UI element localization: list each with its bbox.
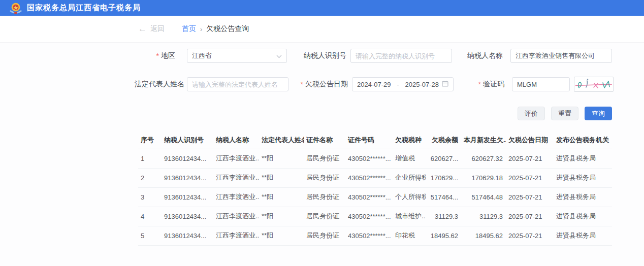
app-title: 国家税务总局江西省电子税务局	[27, 3, 141, 13]
tax-bureau-logo-icon	[9, 2, 22, 15]
table-cell: 4	[138, 207, 162, 226]
table-cell: 9136012434...	[162, 187, 213, 207]
reset-button[interactable]: 重置	[551, 107, 578, 120]
notice-date-label-text: 欠税公告日期	[305, 80, 348, 89]
taxpayer-id-label-text: 纳税人识别号	[304, 51, 346, 60]
table-row: 59136012434...江西李渡酒业...**阳居民身份证430502***…	[138, 226, 612, 245]
captcha-group	[512, 77, 614, 92]
captcha-input[interactable]	[512, 77, 570, 91]
table-cell: 430502******...	[345, 226, 393, 245]
table-cell: 进贤县税务局	[554, 207, 612, 226]
breadcrumb: ← 返回 首页 › 欠税公告查询	[0, 16, 644, 43]
column-header: 发布公告税务机关	[554, 131, 612, 149]
table-row: 19136012434...江西李渡酒业...**阳居民身份证430502***…	[138, 149, 612, 168]
table-cell: 增值税	[393, 149, 426, 168]
required-mark: *	[301, 80, 303, 88]
notice-date-label: * 欠税公告日期	[288, 80, 352, 89]
table-cell: 企业所得税	[393, 168, 426, 187]
table-cell: 620627...	[426, 149, 461, 168]
table-cell: **阳	[259, 149, 304, 168]
table-cell: **阳	[259, 207, 304, 226]
date-range-separator: -	[391, 81, 405, 88]
breadcrumb-current: 欠税公告查询	[206, 24, 249, 34]
taxpayer-name-label-text: 纳税人名称	[467, 51, 503, 60]
table-cell: 9136012434...	[162, 207, 213, 226]
breadcrumb-home-link[interactable]: 首页	[182, 24, 196, 34]
table-cell: 517464...	[426, 187, 461, 207]
chevron-down-icon	[276, 52, 282, 60]
table-cell: 2025-07-21	[506, 187, 554, 207]
table-cell: 进贤县税务局	[554, 187, 612, 207]
results-table-section: 序号纳税人识别号纳税人名称法定代表人姓名证件名称证件号码欠税税种欠税余额本月新发…	[138, 131, 612, 246]
results-table-body: 19136012434...江西李渡酒业...**阳居民身份证430502***…	[138, 149, 612, 245]
table-cell: 2	[138, 168, 162, 187]
captcha-image[interactable]	[574, 77, 614, 92]
table-cell: **阳	[259, 168, 304, 187]
table-cell: 430502******...	[345, 168, 393, 187]
table-cell: 2025-07-21	[506, 149, 554, 168]
table-row: 39136012434...江西李渡酒业...**阳居民身份证430502***…	[138, 187, 612, 207]
column-header: 纳税人名称	[213, 131, 259, 149]
form-actions: 评价 重置 查询	[138, 107, 644, 120]
table-cell: 3	[138, 187, 162, 207]
region-select[interactable]: 江西省	[187, 49, 287, 63]
table-cell: 5	[138, 226, 162, 245]
required-mark: *	[478, 80, 481, 88]
table-cell: 江西李渡酒业...	[213, 168, 259, 187]
table-cell: 居民身份证	[304, 149, 345, 168]
table-cell: 9136012434...	[162, 149, 213, 168]
table-cell: 9136012434...	[162, 168, 213, 187]
required-mark: *	[156, 52, 159, 60]
table-cell: 居民身份证	[304, 207, 345, 226]
table-cell: 居民身份证	[304, 187, 345, 207]
taxpayer-id-label: 纳税人识别号	[287, 51, 350, 60]
taxpayer-name-input[interactable]	[510, 49, 612, 63]
table-cell: 430502******...	[345, 207, 393, 226]
query-button[interactable]: 查询	[585, 107, 612, 120]
table-cell: 170629...	[426, 168, 461, 187]
table-cell: 2025-07-21	[506, 168, 554, 187]
app-header: 国家税务总局江西省电子税务局	[0, 0, 644, 16]
captcha-label-text: 验证码	[483, 80, 504, 89]
back-link[interactable]: 返回	[150, 24, 165, 34]
column-header: 证件号码	[345, 131, 393, 149]
table-cell: 18495.62	[426, 226, 461, 245]
table-row: 49136012434...江西李渡酒业...**阳居民身份证430502***…	[138, 207, 612, 226]
table-cell: 18495.62	[461, 226, 506, 245]
legal-rep-input[interactable]	[187, 77, 288, 91]
column-header: 本月新发生欠...	[461, 131, 506, 149]
query-form: * 地区 江西省 纳税人识别号 纳税人名称 法定代表人姓名	[0, 49, 644, 120]
form-row-2: 法定代表人姓名 * 欠税公告日期 2024-07-29 - 2025-07-28	[138, 77, 644, 91]
breadcrumb-separator-icon: ›	[200, 25, 202, 33]
column-header: 法定代表人姓名	[259, 131, 304, 149]
legal-rep-label: 法定代表人姓名	[138, 80, 187, 89]
table-cell: 城市维护...	[393, 207, 426, 226]
region-select-value: 江西省	[192, 51, 273, 60]
column-header: 证件名称	[304, 131, 345, 149]
evaluate-button[interactable]: 评价	[518, 107, 545, 120]
results-table-head-row: 序号纳税人识别号纳税人名称法定代表人姓名证件名称证件号码欠税税种欠税余额本月新发…	[138, 131, 612, 149]
date-start-value: 2024-07-29	[357, 81, 391, 88]
table-cell: 620627.32	[461, 149, 506, 168]
table-cell: 430502******...	[345, 187, 393, 207]
column-header: 欠税公告日期	[506, 131, 554, 149]
table-cell: 江西李渡酒业...	[213, 226, 259, 245]
notice-date-range-picker[interactable]: 2024-07-29 - 2025-07-28	[352, 77, 454, 91]
column-header: 纳税人识别号	[162, 131, 213, 149]
column-header: 欠税税种	[393, 131, 426, 149]
table-cell: **阳	[259, 187, 304, 207]
table-cell: 1	[138, 149, 162, 168]
back-arrow-icon[interactable]: ←	[138, 24, 147, 34]
taxpayer-name-label: 纳税人名称	[452, 51, 510, 60]
table-cell: 31129.3	[426, 207, 461, 226]
form-row-1: * 地区 江西省 纳税人识别号 纳税人名称	[138, 49, 644, 63]
table-cell: 进贤县税务局	[554, 168, 612, 187]
date-end-value: 2025-07-28	[405, 81, 439, 88]
table-cell: 170629.18	[461, 168, 506, 187]
table-cell: 居民身份证	[304, 226, 345, 245]
table-cell: 江西李渡酒业...	[213, 149, 259, 168]
table-cell: 进贤县税务局	[554, 149, 612, 168]
results-table: 序号纳税人识别号纳税人名称法定代表人姓名证件名称证件号码欠税税种欠税余额本月新发…	[138, 131, 612, 246]
taxpayer-id-input[interactable]	[350, 49, 452, 63]
table-cell: 430502******...	[345, 149, 393, 168]
